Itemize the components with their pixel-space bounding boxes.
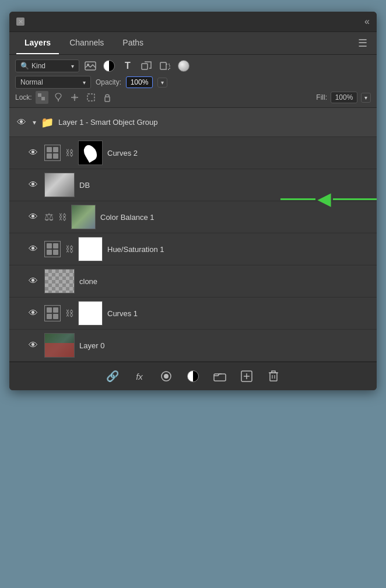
layer-thumbnail [44,333,75,358]
kind-dropdown[interactable]: 🔍 Kind ▾ [15,60,79,72]
lock-transparent-icon[interactable] [36,91,48,104]
type-filter-icon[interactable]: T [120,58,135,74]
bottom-toolbar: 🔗 fx [9,362,377,390]
visibility-toggle[interactable]: 👁 [27,148,40,158]
toolbar: 🔍 Kind ▾ T [9,55,377,108]
fill-input[interactable]: 100% [331,92,357,103]
layer-name: Layer 1 - Smart Object Group [58,118,371,127]
visibility-toggle[interactable]: 👁 [27,340,40,351]
blend-opacity-row: Normal ▾ Opacity: 100% ▾ [15,76,371,89]
new-adjustment-layer-button[interactable] [185,368,201,384]
visibility-toggle[interactable]: 👁 [27,180,40,190]
green-arrow-icon: ◀ [318,190,331,209]
pixel-filter-icon[interactable] [176,58,191,74]
svg-rect-4 [38,93,41,97]
layer-thumbnail [71,205,96,229]
lock-artboard-icon[interactable] [85,91,97,104]
layer-name: Layer 0 [79,341,371,350]
chain-icon: ⛓ [65,244,73,254]
blend-mode-dropdown[interactable]: Normal ▾ [15,76,91,89]
svg-rect-14 [270,373,277,381]
opacity-dropdown-button[interactable]: ▾ [157,78,167,88]
panel-menu-icon[interactable]: ☰ [356,32,370,54]
opacity-label: Opacity: [96,78,121,86]
lock-fill-row: Lock: [15,91,371,104]
tab-channels[interactable]: Channels [61,32,112,54]
chevron-down-icon: ▾ [71,63,74,69]
chain-icon: ⛓ [58,212,66,222]
layer-thumbnail [78,237,103,261]
chain-icon: ⛓ [65,309,73,318]
layer-name: Hue/Saturation 1 [107,245,371,254]
layers-list: 👁 ▾ 📁 Layer 1 - Smart Object Group 👁 ⛓ C… [9,108,377,362]
tab-layers[interactable]: Layers [16,32,59,54]
delete-layer-button[interactable] [265,368,282,384]
shape-filter-icon[interactable] [139,58,154,74]
lock-all-icon[interactable] [101,91,114,104]
search-icon: 🔍 [20,62,29,70]
fill-label: Fill: [316,93,327,102]
layer-item[interactable]: 👁 ⛓ Curves 1 [9,298,377,330]
layer-name: DB [79,181,371,190]
layer-thumbnail [44,173,75,197]
lock-label: Lock: [15,93,32,102]
visibility-toggle[interactable]: 👁 [27,276,40,286]
visibility-toggle[interactable]: 👁 [27,244,40,254]
layer-thumbnail [44,269,75,293]
title-bar: ✕ « [9,12,377,32]
svg-rect-8 [87,94,94,101]
layer-name: clone [79,277,371,286]
visibility-toggle[interactable]: 👁 [27,212,40,222]
annotation-arrow: ◀ [280,190,377,209]
visibility-toggle[interactable]: 👁 [15,117,28,128]
layer-item[interactable]: 👁 clone [9,265,377,298]
layers-panel: ✕ « Layers Channels Paths ☰ 🔍 Kind ▾ [9,12,377,390]
lock-paint-icon[interactable] [52,91,65,104]
layer-name: Color Balance 1 [100,213,371,222]
chain-icon: ⛓ [65,148,73,158]
fill-dropdown-button[interactable]: ▾ [361,93,371,103]
adjustment-layer-icon [44,241,61,257]
layer-thumbnail [78,141,103,165]
close-button[interactable]: ✕ [16,18,24,26]
svg-point-11 [164,374,169,379]
svg-rect-5 [41,93,45,97]
lock-position-icon[interactable] [68,91,81,104]
layer-item[interactable]: 👁 Layer 0 [9,330,377,362]
svg-rect-9 [105,97,110,102]
new-layer-button[interactable] [238,368,255,384]
layer-name: Curves 2 [107,149,371,158]
tab-paths[interactable]: Paths [114,32,152,54]
opacity-input[interactable]: 100% [126,76,153,88]
add-mask-button[interactable] [158,368,174,384]
svg-rect-2 [142,64,148,69]
svg-rect-12 [214,374,226,381]
layer-item[interactable]: 👁 ⛓ Hue/Saturation 1 [9,233,377,265]
layer-effects-button[interactable]: fx [131,368,148,384]
layer-item[interactable]: 👁 ▾ 📁 Layer 1 - Smart Object Group [9,108,377,137]
visibility-toggle[interactable]: 👁 [27,308,40,318]
collapse-arrow-icon[interactable]: ▾ [33,118,36,127]
svg-rect-7 [41,97,45,100]
layer-item[interactable]: 👁 ⛓ Curves 2 [9,137,377,169]
adjustment-filter-icon[interactable] [101,58,117,74]
balance-scale-icon: ⚖ [44,211,54,223]
collapse-button[interactable]: « [364,16,370,27]
image-filter-icon[interactable] [83,58,98,74]
folder-icon: 📁 [41,116,54,129]
chevron-down-icon: ▾ [83,79,86,86]
layer-thumbnail [78,301,103,326]
svg-rect-3 [160,62,166,69]
new-group-button[interactable] [212,368,228,384]
svg-rect-6 [38,97,41,100]
filter-row: 🔍 Kind ▾ T [15,58,371,74]
adjustment-layer-icon [44,305,61,321]
smart-filter-icon[interactable] [157,58,173,74]
link-layers-button[interactable]: 🔗 [104,368,121,384]
adjustment-layer-icon [44,145,61,161]
layer-name: Curves 1 [107,309,371,318]
tab-bar: Layers Channels Paths ☰ [9,32,377,55]
